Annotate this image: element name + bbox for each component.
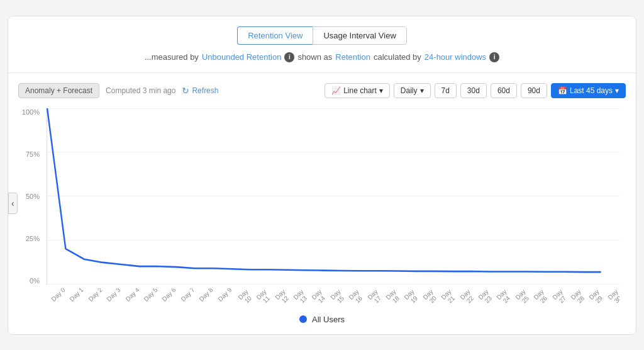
chart-svg <box>47 108 619 284</box>
range-7d-button[interactable]: 7d <box>435 83 457 98</box>
shown-as-value[interactable]: Retention <box>335 52 370 62</box>
y-axis: 100% 75% 50% 25% 0% <box>18 108 43 285</box>
left-arrow-button[interactable]: ‹ <box>8 193 18 214</box>
chart-area <box>47 108 619 285</box>
calendar-icon: 📅 <box>558 86 567 95</box>
computed-text: Computed 3 min ago <box>106 86 175 95</box>
range-30d-button[interactable]: 30d <box>460 83 487 98</box>
date-range-label: Last 45 days <box>570 86 613 95</box>
line-chart-label: Line chart <box>343 86 377 95</box>
y-label-100: 100% <box>22 108 43 116</box>
date-range-button[interactable]: 📅 Last 45 days ▾ <box>551 83 626 98</box>
line-chart-chevron: ▾ <box>379 86 383 95</box>
toolbar-right: 📈 Line chart ▾ Daily ▾ 7d 30d 60d 90d 📅 … <box>325 83 626 98</box>
view-toggle-group: Retention View Usage Interval View <box>18 26 626 45</box>
chart-legend: All Users <box>18 315 626 324</box>
daily-dropdown[interactable]: Daily ▾ <box>394 83 431 98</box>
metric-info-icon[interactable]: i <box>284 52 294 62</box>
daily-chevron: ▾ <box>420 86 424 95</box>
toolbar-left: Anomaly + Forecast Computed 3 min ago ↻ … <box>18 83 218 98</box>
measured-by-bar: ...measured by Unbounded Retention i sho… <box>18 52 626 62</box>
line-chart-dropdown[interactable]: 📈 Line chart ▾ <box>325 83 390 98</box>
anomaly-badge: Anomaly + Forecast <box>18 83 99 98</box>
x-label-day30: Day 30 <box>604 288 619 306</box>
legend-all-users-label: All Users <box>312 315 345 324</box>
shown-as-label: shown as <box>297 52 332 62</box>
y-label-0: 0% <box>30 277 43 285</box>
legend-dot-all-users <box>299 315 307 323</box>
grid-line-0 <box>47 284 619 285</box>
main-container: Retention View Usage Interval View ...me… <box>8 16 636 335</box>
measured-by-label: ...measured by <box>145 52 199 62</box>
chart-toolbar: Anomaly + Forecast Computed 3 min ago ↻ … <box>18 83 626 98</box>
refresh-label: Refresh <box>192 86 218 95</box>
date-range-chevron: ▾ <box>615 86 619 95</box>
chart-container: 100% 75% 50% 25% 0% <box>47 108 619 310</box>
x-axis: Day 0 Day 1 Day 2 Day 3 Day 4 Day 5 Day … <box>47 288 619 306</box>
y-label-25: 25% <box>26 235 43 242</box>
calculated-by-label: calculated by <box>374 52 421 62</box>
retention-view-button[interactable]: Retention View <box>237 26 313 45</box>
chart-section: ‹ Anomaly + Forecast Computed 3 min ago … <box>8 73 636 334</box>
calculated-by-value[interactable]: 24-hour windows <box>425 52 486 62</box>
y-label-75: 75% <box>26 150 43 158</box>
top-section: Retention View Usage Interval View ...me… <box>8 16 636 73</box>
line-chart-icon: 📈 <box>331 86 341 95</box>
usage-interval-view-button[interactable]: Usage Interval View <box>313 26 406 45</box>
refresh-icon: ↻ <box>182 86 189 96</box>
daily-label: Daily <box>401 86 418 95</box>
range-90d-button[interactable]: 90d <box>521 83 547 98</box>
chart-line <box>47 108 601 272</box>
refresh-button[interactable]: ↻ Refresh <box>182 86 218 96</box>
calculated-by-info-icon[interactable]: i <box>489 52 499 62</box>
y-label-50: 50% <box>26 193 43 200</box>
range-60d-button[interactable]: 60d <box>491 83 517 98</box>
metric-link[interactable]: Unbounded Retention <box>202 52 282 62</box>
